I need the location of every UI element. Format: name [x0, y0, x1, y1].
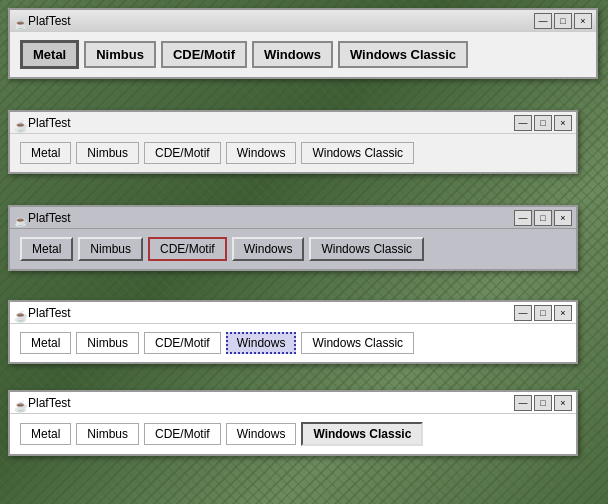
btn-windows-4[interactable]: Windows: [226, 332, 297, 354]
window-title-4: PlafTest: [28, 306, 514, 320]
titlebar-1: PlafTest — □ ×: [10, 10, 596, 32]
window-title-2: PlafTest: [28, 116, 514, 130]
titlebar-4: PlafTest — □ ×: [10, 302, 576, 324]
button-bar-5: Metal Nimbus CDE/Motif Windows Windows C…: [10, 414, 576, 454]
minimize-btn-5[interactable]: —: [514, 395, 532, 411]
close-btn-3[interactable]: ×: [554, 210, 572, 226]
btn-windows-3[interactable]: Windows: [232, 237, 305, 261]
app-icon-2: [14, 116, 28, 130]
minimize-btn-2[interactable]: —: [514, 115, 532, 131]
close-btn-1[interactable]: ×: [574, 13, 592, 29]
minimize-btn-4[interactable]: —: [514, 305, 532, 321]
btn-metal-1[interactable]: Metal: [20, 40, 79, 69]
window-5[interactable]: PlafTest — □ × Metal Nimbus CDE/Motif Wi…: [8, 390, 578, 456]
btn-nimbus-4[interactable]: Nimbus: [76, 332, 139, 354]
window-controls-4: — □ ×: [514, 305, 572, 321]
btn-cde-2[interactable]: CDE/Motif: [144, 142, 221, 164]
btn-nimbus-3[interactable]: Nimbus: [78, 237, 143, 261]
maximize-btn-5[interactable]: □: [534, 395, 552, 411]
btn-winclassic-1[interactable]: Windows Classic: [338, 41, 468, 68]
window-4[interactable]: PlafTest — □ × Metal Nimbus CDE/Motif Wi…: [8, 300, 578, 364]
minimize-btn-3[interactable]: —: [514, 210, 532, 226]
app-icon-4: [14, 306, 28, 320]
btn-cde-1[interactable]: CDE/Motif: [161, 41, 247, 68]
button-bar-3: Metal Nimbus CDE/Motif Windows Windows C…: [10, 229, 576, 269]
app-icon-1: [14, 14, 28, 28]
btn-metal-2[interactable]: Metal: [20, 142, 71, 164]
btn-winclassic-3[interactable]: Windows Classic: [309, 237, 424, 261]
window-title-5: PlafTest: [28, 396, 514, 410]
window-1[interactable]: PlafTest — □ × Metal Nimbus CDE/Motif Wi…: [8, 8, 598, 79]
window-3[interactable]: PlafTest — □ × Metal Nimbus CDE/Motif Wi…: [8, 205, 578, 271]
button-bar-2: Metal Nimbus CDE/Motif Windows Windows C…: [10, 134, 576, 172]
btn-cde-3[interactable]: CDE/Motif: [148, 237, 227, 261]
close-btn-2[interactable]: ×: [554, 115, 572, 131]
btn-windows-1[interactable]: Windows: [252, 41, 333, 68]
btn-metal-4[interactable]: Metal: [20, 332, 71, 354]
window-controls-3: — □ ×: [514, 210, 572, 226]
btn-cde-5[interactable]: CDE/Motif: [144, 423, 221, 445]
minimize-btn-1[interactable]: —: [534, 13, 552, 29]
close-btn-5[interactable]: ×: [554, 395, 572, 411]
window-controls-2: — □ ×: [514, 115, 572, 131]
btn-winclassic-5[interactable]: Windows Classic: [301, 422, 423, 446]
maximize-btn-4[interactable]: □: [534, 305, 552, 321]
titlebar-3: PlafTest — □ ×: [10, 207, 576, 229]
btn-windows-2[interactable]: Windows: [226, 142, 297, 164]
btn-nimbus-5[interactable]: Nimbus: [76, 423, 139, 445]
btn-winclassic-4[interactable]: Windows Classic: [301, 332, 414, 354]
app-icon-3: [14, 211, 28, 225]
titlebar-2: PlafTest — □ ×: [10, 112, 576, 134]
close-btn-4[interactable]: ×: [554, 305, 572, 321]
button-bar-1: Metal Nimbus CDE/Motif Windows Windows C…: [10, 32, 596, 77]
btn-metal-3[interactable]: Metal: [20, 237, 73, 261]
btn-metal-5[interactable]: Metal: [20, 423, 71, 445]
maximize-btn-3[interactable]: □: [534, 210, 552, 226]
maximize-btn-1[interactable]: □: [554, 13, 572, 29]
window-controls-1: — □ ×: [534, 13, 592, 29]
btn-winclassic-2[interactable]: Windows Classic: [301, 142, 414, 164]
app-icon-5: [14, 396, 28, 410]
titlebar-5: PlafTest — □ ×: [10, 392, 576, 414]
btn-windows-5[interactable]: Windows: [226, 423, 297, 445]
window-controls-5: — □ ×: [514, 395, 572, 411]
btn-nimbus-2[interactable]: Nimbus: [76, 142, 139, 164]
window-title-1: PlafTest: [28, 14, 534, 28]
button-bar-4: Metal Nimbus CDE/Motif Windows Windows C…: [10, 324, 576, 362]
btn-nimbus-1[interactable]: Nimbus: [84, 41, 156, 68]
btn-cde-4[interactable]: CDE/Motif: [144, 332, 221, 354]
maximize-btn-2[interactable]: □: [534, 115, 552, 131]
window-2[interactable]: PlafTest — □ × Metal Nimbus CDE/Motif Wi…: [8, 110, 578, 174]
window-title-3: PlafTest: [28, 211, 514, 225]
